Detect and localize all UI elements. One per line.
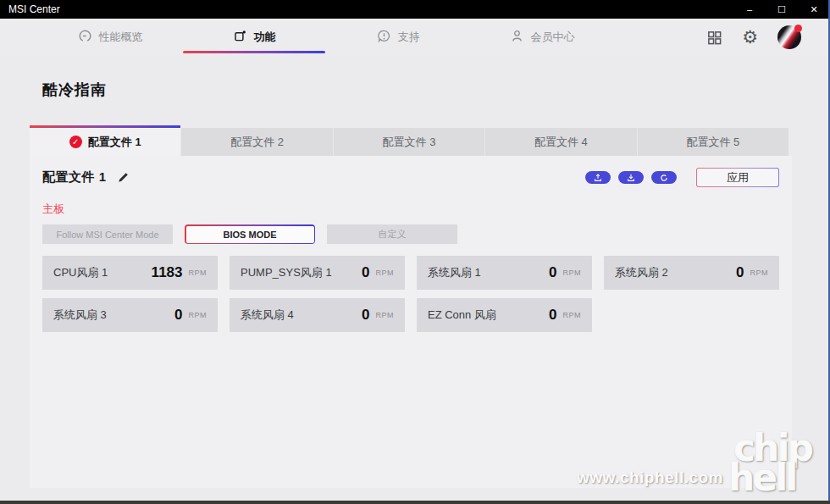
maximize-button[interactable]: ☐ — [766, 0, 798, 19]
titlebar: MSI Center – ☐ ✕ — [0, 0, 830, 19]
fan-card-cpu-fan-1: CPU风扇 1 1183 RPM — [42, 256, 218, 290]
fan-rpm-unit: RPM — [750, 269, 769, 277]
reset-profile-button[interactable] — [651, 171, 677, 184]
import-profile-button[interactable] — [618, 171, 644, 184]
mode-bios-mode[interactable]: BIOS MODE — [186, 226, 314, 243]
tab-profile-2[interactable]: 配置文件 2 — [180, 128, 332, 156]
profile-tabbar: ✓ 配置文件 1 配置文件 2 配置文件 3 配置文件 4 配置文件 5 — [30, 128, 788, 156]
fan-rpm-value: 0 — [549, 307, 556, 324]
tab-label: 配置文件 3 — [383, 135, 436, 150]
edit-pencil-icon[interactable] — [117, 171, 130, 184]
fan-card-sys-fan-1: 系统风扇 1 0 RPM — [417, 256, 592, 290]
mode-follow-msi-center[interactable]: Follow MSI Center Mode — [42, 224, 173, 244]
fan-card-ez-conn-fan: EZ Conn 风扇 0 RPM — [417, 298, 592, 332]
fan-rpm-unit: RPM — [563, 311, 582, 319]
fan-card-pump-sys-fan-1: PUMP_SYS风扇 1 0 RPM — [230, 256, 405, 290]
fan-name: 系统风扇 2 — [615, 265, 668, 280]
member-icon — [510, 29, 524, 46]
fan-rpm-unit: RPM — [189, 269, 208, 277]
nav-item-label: 会员中心 — [531, 30, 575, 45]
nav-item-features[interactable]: 功能 — [182, 19, 326, 56]
tab-label: 配置文件 5 — [686, 135, 739, 150]
fan-rpm-value: 1183 — [152, 264, 183, 281]
profile-actions: 应用 — [585, 168, 779, 187]
nav-item-member-center[interactable]: 会员中心 — [470, 19, 614, 56]
minimize-button[interactable]: – — [733, 0, 766, 19]
nav-item-label: 支持 — [398, 30, 420, 45]
export-icon — [594, 170, 602, 186]
window-title: MSI Center — [8, 3, 60, 15]
nav-item-label: 性能概览 — [99, 30, 143, 45]
fan-rpm-value: 0 — [362, 264, 369, 281]
close-button[interactable]: ✕ — [798, 0, 830, 19]
apply-button-border: 应用 — [696, 168, 779, 187]
mode-custom[interactable]: 自定义 — [327, 224, 457, 244]
page-title: 酷冷指南 — [42, 80, 830, 100]
fan-rpm-unit: RPM — [189, 311, 208, 319]
tab-label: 配置文件 1 — [88, 135, 141, 150]
fan-card-sys-fan-3: 系统风扇 3 0 RPM — [42, 298, 218, 332]
window-controls: – ☐ ✕ — [733, 0, 830, 19]
nav-item-label: 功能 — [254, 30, 276, 45]
reset-icon — [660, 170, 668, 186]
tab-label: 配置文件 4 — [534, 135, 588, 150]
chiphell-logo: chip hell — [733, 433, 811, 492]
apply-button[interactable]: 应用 — [697, 169, 778, 186]
feature-icon — [233, 29, 247, 46]
top-navbar: 性能概览 功能 支持 会员中心 ⚙ — [0, 19, 830, 56]
fan-card-sys-fan-2: 系统风扇 2 0 RPM — [604, 256, 779, 290]
tab-profile-1[interactable]: ✓ 配置文件 1 — [30, 128, 180, 156]
mode-selected-border: BIOS MODE — [185, 224, 315, 244]
fan-name: 系统风扇 4 — [241, 307, 294, 323]
fan-rpm-unit: RPM — [376, 311, 395, 319]
tab-profile-4[interactable]: 配置文件 4 — [484, 128, 636, 156]
export-profile-button[interactable] — [585, 171, 611, 184]
fan-name: CPU风扇 1 — [53, 265, 108, 280]
fan-rpm-value: 0 — [362, 307, 369, 324]
chiphell-watermark: www.chiphell.com chip hell — [577, 433, 811, 492]
support-icon — [377, 29, 391, 46]
fan-name: EZ Conn 风扇 — [428, 307, 496, 323]
fan-name: PUMP_SYS风扇 1 — [241, 265, 332, 280]
tab-label: 配置文件 2 — [230, 135, 284, 150]
fan-rpm-unit: RPM — [563, 269, 582, 277]
nav-right-actions: ⚙ — [706, 25, 830, 49]
profile-name: 配置文件 1 — [42, 169, 107, 186]
watermark-url: www.chiphell.com — [577, 468, 723, 492]
fan-name: 系统风扇 3 — [53, 307, 107, 323]
motherboard-section-label: 主板 — [42, 202, 779, 217]
user-avatar[interactable] — [777, 25, 801, 49]
fan-mode-row: Follow MSI Center Mode BIOS MODE 自定义 — [42, 224, 779, 244]
fan-rpm-value: 0 — [549, 264, 556, 281]
tab-profile-3[interactable]: 配置文件 3 — [333, 128, 484, 156]
gauge-icon — [78, 29, 92, 46]
fan-rpm-value: 0 — [736, 264, 744, 281]
fan-rpm-unit: RPM — [376, 269, 395, 277]
fan-rpm-value: 0 — [174, 307, 182, 324]
window-border-bottom — [0, 501, 830, 504]
nav-item-support[interactable]: 支持 — [326, 19, 470, 56]
fan-grid: CPU风扇 1 1183 RPM PUMP_SYS风扇 1 0 RPM 系统风扇… — [42, 256, 779, 332]
profile-header-row: 配置文件 1 应用 — [42, 168, 779, 187]
fan-name: 系统风扇 1 — [428, 265, 481, 280]
import-icon — [627, 170, 635, 186]
nav-item-performance[interactable]: 性能概览 — [38, 19, 182, 56]
settings-gear-icon[interactable]: ⚙ — [742, 29, 758, 47]
nav-items: 性能概览 功能 支持 会员中心 — [38, 19, 614, 56]
check-badge-icon: ✓ — [69, 136, 82, 148]
apps-grid-icon[interactable] — [706, 30, 722, 46]
tab-profile-5[interactable]: 配置文件 5 — [637, 128, 788, 156]
fan-card-sys-fan-4: 系统风扇 4 0 RPM — [230, 298, 405, 332]
